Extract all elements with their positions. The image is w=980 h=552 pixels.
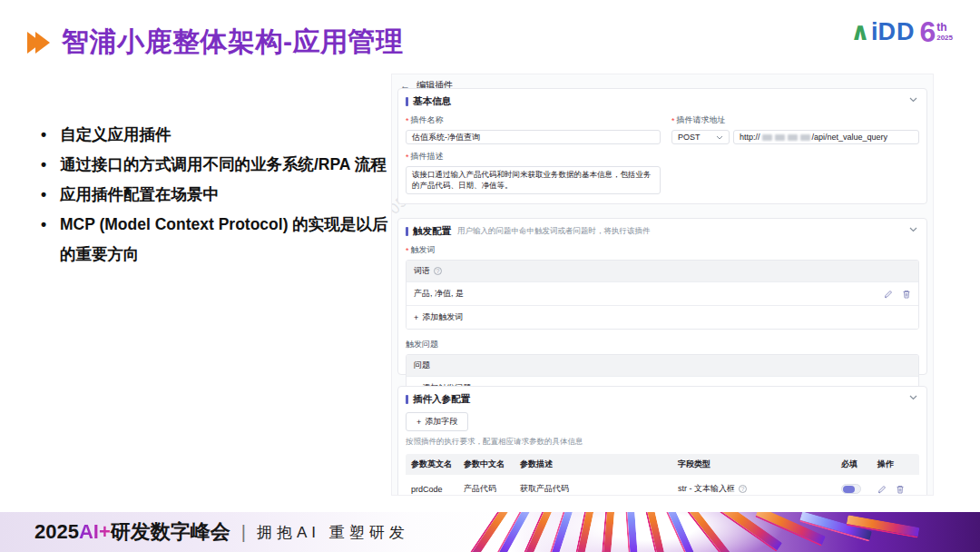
bullet-list: •自定义应用插件 •通过接口的方式调用不同的业务系统/RPA 流程 •应用插件配… xyxy=(36,120,397,270)
col-header-ops: 操作 xyxy=(877,458,921,470)
logo-year: 2025 xyxy=(936,34,953,42)
section-accent-bar xyxy=(406,227,408,236)
footer-slogan: 拥抱AI 重塑研发 xyxy=(257,522,409,543)
plus-icon: + xyxy=(416,418,421,427)
param-cn-name: 产品代码 xyxy=(464,483,520,495)
bullet-dot: • xyxy=(41,120,46,150)
params-table-header: 参数英文名 参数中文名 参数描述 字段类型 必填 操作 xyxy=(406,454,919,475)
required-asterisk: * xyxy=(406,116,409,125)
param-desc: 获取产品代码 xyxy=(520,483,678,495)
footer-divider: | xyxy=(241,522,246,543)
questions-column-header: 问题 xyxy=(414,360,430,371)
param-row: prdCode 产品代码 获取产品代码 str - 文本输入框 ? xyxy=(406,475,919,495)
section-accent-bar xyxy=(406,395,408,404)
redacted-url-segment xyxy=(762,134,772,141)
col-header-required: 必填 xyxy=(841,458,877,470)
http-method-select[interactable]: POST xyxy=(671,130,730,144)
trigger-questions-label: 触发问题 xyxy=(406,339,438,350)
plus-icon: + xyxy=(414,313,418,322)
required-toggle[interactable] xyxy=(841,484,861,494)
logo-th: th xyxy=(936,22,953,33)
chevron-down-icon[interactable] xyxy=(909,395,917,400)
params-section-title: 插件入参配置 xyxy=(413,393,470,406)
plugin-editor-screenshot: 2025-05-16 17:39:02 2025-05-16 17:39:02 … xyxy=(392,74,933,495)
input-params-card: 插件入参配置 + 添加字段 按照插件的执行要求，配置相应请求参数的具体信息 参数… xyxy=(397,386,927,495)
help-icon[interactable]: ? xyxy=(434,267,442,275)
footer-year: 2025 xyxy=(34,520,79,544)
edit-pencil-icon[interactable] xyxy=(877,485,887,494)
logo-letter-i: i xyxy=(871,20,878,44)
double-chevron-icon xyxy=(27,32,50,54)
trigger-section-desc: 用户输入的问题中命中触发词或者问题时，将执行该插件 xyxy=(457,226,651,237)
col-header-type: 字段类型 xyxy=(678,458,841,470)
bullet-item: •应用插件配置在场景中 xyxy=(36,180,397,210)
required-asterisk: * xyxy=(406,153,409,162)
basic-info-card: 基本信息 * 插件名称 估值系统-净值查询 * xyxy=(397,88,927,204)
request-url-input[interactable]: http:// /api/net_value_query xyxy=(733,130,919,144)
trigger-section-title: 触发配置 xyxy=(413,225,451,238)
footer-banner: 2025 AI+ 研发数字峰会 | 拥抱AI 重塑研发 xyxy=(0,512,980,552)
words-column-header: 词语 xyxy=(414,265,430,277)
slide-header: 智浦小鹿整体架构-应用管理 xyxy=(27,24,404,61)
chevron-down-icon[interactable] xyxy=(909,227,917,232)
redacted-url-segment xyxy=(800,134,810,141)
trigger-config-card: 触发配置 用户输入的问题中命中触发词或者问题时，将执行该插件 * 触发词 词语 … xyxy=(397,218,927,375)
bullet-dot: • xyxy=(41,180,46,210)
plugin-desc-textarea[interactable]: 该接口通过输入产品代码和时间来获取业务数据的基本信息，包括业务的产品代码、日期、… xyxy=(406,166,661,194)
logo-letters-dd: DD xyxy=(877,20,915,44)
param-type: str - 文本输入框 xyxy=(678,483,735,495)
trigger-words-label: 触发词 xyxy=(411,244,436,256)
presentation-slide: 智浦小鹿整体架构-应用管理 ∧ i DD 6 th 2025 •自定义应用插件 … xyxy=(0,0,980,552)
redacted-url-segment xyxy=(788,134,798,141)
logo-sixth: 6 xyxy=(919,17,936,46)
trigger-words-table: 词语 ? 产品, 净值, 是 + 添加触发词 xyxy=(406,260,919,330)
col-header-en-name: 参数英文名 xyxy=(411,458,464,470)
section-accent-bar xyxy=(406,97,408,106)
page-title: 智浦小鹿整体架构-应用管理 xyxy=(62,24,404,61)
chevron-down-icon[interactable] xyxy=(909,97,917,103)
trash-icon[interactable] xyxy=(896,485,905,494)
bullet-dot: • xyxy=(41,150,46,180)
plugin-name-label: 插件名称 xyxy=(411,114,444,126)
plugin-desc-label: 插件描述 xyxy=(411,151,444,163)
trash-icon[interactable] xyxy=(902,290,911,299)
required-asterisk: * xyxy=(671,116,675,125)
param-en-name: prdCode xyxy=(411,485,464,494)
decorative-books-image xyxy=(458,512,980,552)
required-asterisk: * xyxy=(406,246,409,255)
help-icon[interactable]: ? xyxy=(739,485,747,493)
col-header-desc: 参数描述 xyxy=(520,458,678,470)
plugin-name-input[interactable]: 估值系统-净值查询 xyxy=(406,130,661,144)
trigger-word-value: 产品, 净值, 是 xyxy=(414,288,464,300)
bullet-dot: • xyxy=(41,210,46,240)
edit-pencil-icon[interactable] xyxy=(884,290,893,299)
trigger-word-row: 产品, 净值, 是 xyxy=(407,281,918,305)
params-hint: 按照插件的执行要求，配置相应请求参数的具体信息 xyxy=(406,437,919,448)
bullet-item: •通过接口的方式调用不同的业务系统/RPA 流程 xyxy=(36,150,397,180)
basic-info-section-title: 基本信息 xyxy=(413,95,451,108)
request-url-label: 插件请求地址 xyxy=(677,114,726,126)
add-trigger-word-button[interactable]: + 添加触发词 xyxy=(407,305,918,329)
col-header-cn-name: 参数中文名 xyxy=(464,458,520,470)
footer-summit-title: 研发数字峰会 xyxy=(111,518,230,546)
footer-ai-plus: AI+ xyxy=(79,520,111,544)
add-field-button[interactable]: + 添加字段 xyxy=(406,412,468,431)
bullet-item: •MCP (Model Context Protocol) 的实现是以后的重要方… xyxy=(36,210,397,270)
logo-letter-a: ∧ xyxy=(850,20,870,44)
redacted-url-segment xyxy=(775,134,785,141)
bullet-item: •自定义应用插件 xyxy=(36,120,397,150)
footer-text: 2025 AI+ 研发数字峰会 | 拥抱AI 重塑研发 xyxy=(34,512,409,552)
aidd-conference-logo: ∧ i DD 6 th 2025 xyxy=(850,20,953,46)
select-arrow-icon xyxy=(716,135,723,140)
